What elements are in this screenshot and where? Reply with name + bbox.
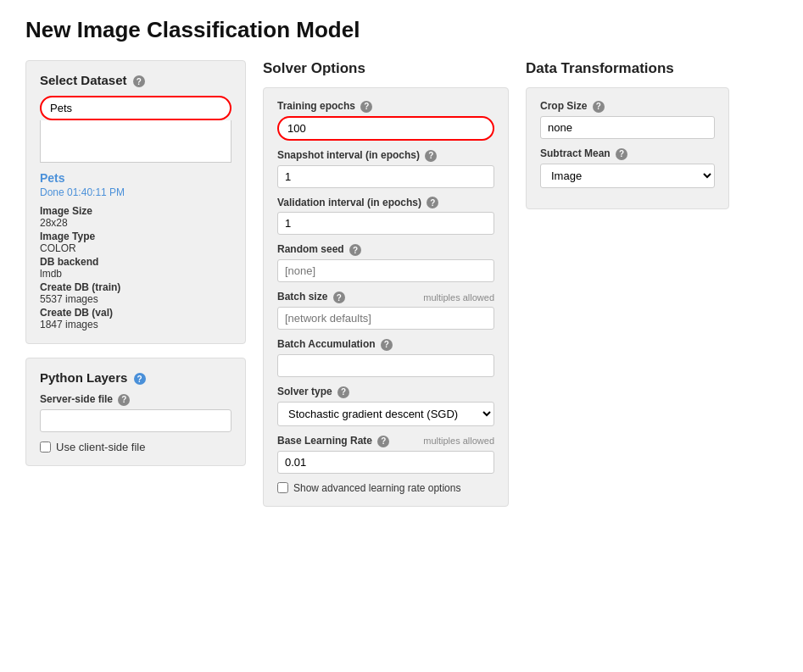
use-client-side-checkbox[interactable]	[40, 442, 51, 453]
base-lr-label-row: Base Learning Rate ? multiples allowed	[277, 435, 494, 447]
random-seed-help-icon[interactable]: ?	[349, 244, 361, 256]
advanced-lr-row: Show advanced learning rate options	[277, 482, 494, 494]
solver-options-card: Training epochs ? Snapshot interval (in …	[263, 87, 509, 507]
batch-size-field: Batch size ? multiples allowed	[277, 291, 494, 330]
base-lr-multiples: multiples allowed	[423, 436, 494, 446]
snapshot-interval-help-icon[interactable]: ?	[425, 150, 437, 162]
subtract-mean-label: Subtract Mean ?	[540, 147, 715, 160]
info-label-0: Image Size	[40, 205, 231, 217]
info-value-3: 5537 images	[40, 293, 231, 305]
batch-size-label-row: Batch size ? multiples allowed	[277, 291, 494, 303]
validation-interval-label: Validation interval (in epochs) ?	[277, 197, 494, 209]
use-client-side-row: Use client-side file	[40, 441, 231, 453]
random-seed-input[interactable]	[277, 259, 494, 282]
training-epochs-help-icon[interactable]: ?	[360, 101, 372, 113]
left-column: Select Dataset ? Pets Done 01:40:11 PM I…	[25, 60, 246, 466]
subtract-mean-select[interactable]: none Image Mean file	[540, 164, 715, 188]
training-epochs-label: Training epochs ?	[277, 100, 494, 113]
crop-size-help-icon[interactable]: ?	[593, 101, 605, 113]
data-transformations-title: Data Transformations	[526, 60, 729, 77]
advanced-lr-label: Show advanced learning rate options	[293, 482, 460, 494]
select-dataset-help-icon[interactable]: ?	[133, 75, 145, 87]
crop-size-field: Crop Size ?	[540, 100, 715, 139]
base-learning-rate-field: Base Learning Rate ? multiples allowed	[277, 435, 494, 474]
dataset-select-wrapper	[40, 96, 231, 163]
batch-size-help-icon[interactable]: ?	[333, 292, 345, 303]
data-transformations-card: Crop Size ? Subtract Mean ? none Image M…	[526, 87, 729, 209]
subtract-mean-field: Subtract Mean ? none Image Mean file	[540, 147, 715, 188]
info-label-3: Create DB (train)	[40, 281, 231, 293]
info-value-1: COLOR	[40, 242, 231, 254]
solver-type-label: Solver type ?	[277, 386, 494, 398]
base-lr-input[interactable]	[277, 451, 494, 474]
snapshot-interval-field: Snapshot interval (in epochs) ?	[277, 149, 494, 188]
main-layout: Select Dataset ? Pets Done 01:40:11 PM I…	[25, 60, 778, 507]
snapshot-interval-input[interactable]	[277, 165, 494, 188]
snapshot-interval-label: Snapshot interval (in epochs) ?	[277, 149, 494, 162]
info-value-2: lmdb	[40, 268, 231, 280]
solver-type-help-icon[interactable]: ?	[337, 386, 349, 398]
batch-accumulation-help-icon[interactable]: ?	[381, 339, 393, 351]
crop-size-input[interactable]	[540, 116, 715, 139]
random-seed-label: Random seed ?	[277, 243, 494, 256]
select-dataset-card: Select Dataset ? Pets Done 01:40:11 PM I…	[25, 60, 246, 344]
batch-accumulation-field: Batch Accumulation ?	[277, 338, 494, 377]
training-epochs-input[interactable]	[277, 116, 494, 141]
solver-type-field: Solver type ? Stochastic gradient descen…	[277, 386, 494, 426]
batch-accumulation-label: Batch Accumulation ?	[277, 338, 494, 351]
solver-options-title: Solver Options	[263, 60, 509, 77]
batch-size-multiples: multiples allowed	[423, 292, 494, 303]
advanced-lr-checkbox[interactable]	[277, 482, 288, 493]
dataset-name: Pets	[40, 171, 231, 185]
batch-size-input[interactable]	[277, 307, 494, 330]
page-title: New Image Classification Model	[25, 17, 778, 43]
validation-interval-field: Validation interval (in epochs) ?	[277, 197, 494, 236]
server-side-file-label: Server-side file ?	[40, 393, 231, 406]
server-side-file-field: Server-side file ?	[40, 393, 231, 432]
info-value-4: 1847 images	[40, 319, 231, 330]
batch-size-label: Batch size ?	[277, 291, 345, 303]
info-label-4: Create DB (val)	[40, 307, 231, 319]
use-client-side-label: Use client-side file	[56, 441, 146, 453]
random-seed-field: Random seed ?	[277, 243, 494, 282]
python-layers-card: Python Layers ? Server-side file ? Use c…	[25, 358, 246, 466]
info-label-1: Image Type	[40, 230, 231, 242]
dataset-dropdown-area	[40, 120, 231, 163]
base-lr-help-icon[interactable]: ?	[377, 436, 389, 447]
info-value-0: 28x28	[40, 217, 231, 229]
solver-options-column: Solver Options Training epochs ? Snapsho…	[263, 60, 509, 507]
select-dataset-title: Select Dataset ?	[40, 73, 231, 87]
training-epochs-field: Training epochs ?	[277, 100, 494, 141]
subtract-mean-help-icon[interactable]: ?	[616, 148, 627, 160]
crop-size-label: Crop Size ?	[540, 100, 715, 113]
data-transformations-column: Data Transformations Crop Size ? Subtrac…	[526, 60, 729, 209]
info-label-2: DB backend	[40, 256, 231, 268]
validation-interval-input[interactable]	[277, 212, 494, 235]
dataset-info: Image Size 28x28 Image Type COLOR DB bac…	[40, 205, 231, 330]
dataset-status: Done 01:40:11 PM	[40, 186, 231, 198]
base-lr-label: Base Learning Rate ?	[277, 435, 389, 447]
python-layers-title: Python Layers ?	[40, 370, 231, 385]
batch-accumulation-input[interactable]	[277, 354, 494, 377]
solver-type-select[interactable]: Stochastic gradient descent (SGD) Adam R…	[277, 402, 494, 426]
server-file-help-icon[interactable]: ?	[118, 394, 130, 406]
server-side-file-input[interactable]	[40, 409, 231, 432]
python-layers-help-icon[interactable]: ?	[134, 373, 146, 385]
validation-interval-help-icon[interactable]: ?	[427, 197, 438, 208]
dataset-select-input[interactable]	[40, 96, 231, 120]
